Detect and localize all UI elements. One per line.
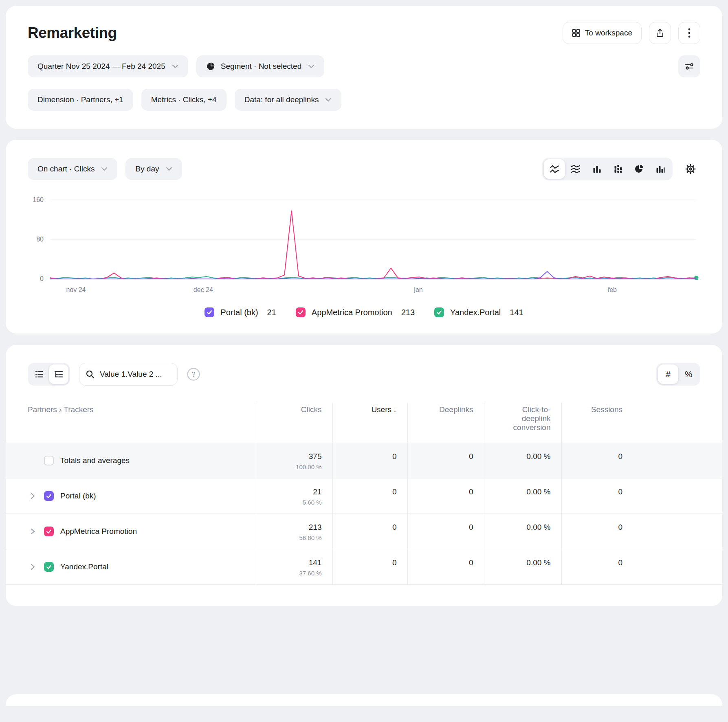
- legend-item-yandex-portal[interactable]: Yandex.Portal 141: [434, 307, 523, 317]
- table-search: [79, 363, 178, 386]
- export-icon: [655, 29, 664, 37]
- column-header-conversion[interactable]: Click-to-deeplink conversion: [484, 403, 561, 443]
- row-name: Yandex.Portal: [60, 562, 108, 571]
- cell-deeplinks: 0: [407, 443, 484, 478]
- page-title: Remarketing: [28, 24, 117, 42]
- legend-item-portal-bk[interactable]: Portal (bk) 21: [205, 307, 276, 317]
- export-button[interactable]: [649, 22, 671, 44]
- svg-text:?: ?: [191, 371, 195, 378]
- chart-type-histogram-button[interactable]: [650, 159, 671, 179]
- cell-deeplinks: 0: [407, 478, 484, 514]
- cell-conversion: 0.00 %: [484, 478, 561, 514]
- expand-row-button[interactable]: [28, 527, 37, 536]
- column-header-dimension[interactable]: Partners › Trackers: [6, 403, 256, 443]
- legend-label: Portal (bk): [220, 308, 258, 317]
- dimension-label: Dimension · Partners, +1: [37, 95, 123, 104]
- percent-icon: %: [685, 369, 693, 379]
- on-chart-metric-chip[interactable]: On chart · Clicks: [28, 158, 117, 180]
- clicks-by-day-chart: 080160nov 24dec 24janfeb: [28, 194, 700, 297]
- svg-text:nov 24: nov 24: [66, 286, 86, 293]
- cell-sessions: 0: [561, 549, 722, 585]
- help-button[interactable]: ?: [187, 367, 200, 381]
- chart-card: On chart · Clicks By day: [6, 140, 722, 334]
- table-row-yandex-portal: Yandex.Portal 141 37.60 % 0 0 0.00 % 0: [6, 549, 722, 585]
- format-percent-button[interactable]: %: [678, 364, 699, 384]
- svg-text:dec 24: dec 24: [194, 286, 213, 293]
- flat-list-icon: [34, 369, 44, 379]
- tree-list-icon: [54, 369, 64, 379]
- dimension-chip[interactable]: Dimension · Partners, +1: [28, 89, 133, 111]
- cell-users: 0: [332, 478, 407, 514]
- pie-chart-icon: [634, 164, 644, 174]
- table-view-switcher: [28, 363, 70, 386]
- chart-type-switcher: [542, 158, 673, 180]
- next-card-top-edge: [6, 694, 722, 706]
- data-scope-chip[interactable]: Data: for all deeplinks: [235, 89, 342, 111]
- report-table: Partners › Trackers Clicks Users↓ Deepli…: [6, 403, 722, 585]
- header-actions: To workspace: [563, 22, 700, 44]
- date-range-label: Quarter Nov 25 2024 — Feb 24 2025: [37, 62, 165, 71]
- totals-checkbox[interactable]: [44, 456, 54, 465]
- cell-conversion: 0.00 %: [484, 514, 561, 549]
- sort-desc-icon: ↓: [393, 406, 397, 414]
- svg-text:feb: feb: [608, 286, 617, 293]
- to-workspace-button[interactable]: To workspace: [563, 22, 642, 44]
- table-header-row: Partners › Trackers Clicks Users↓ Deepli…: [6, 403, 722, 443]
- cell-clicks: 213 56.80 %: [256, 514, 332, 549]
- chevron-down-icon: [325, 98, 332, 102]
- on-chart-metric-label: On chart · Clicks: [37, 165, 95, 173]
- cell-sessions: 0: [561, 514, 722, 549]
- chart-type-stacked-bars-button[interactable]: [607, 159, 629, 179]
- cell-users: 0: [332, 514, 407, 549]
- column-header-deeplinks[interactable]: Deeplinks: [407, 403, 484, 443]
- legend-checkbox[interactable]: [434, 307, 444, 317]
- hash-icon: #: [666, 369, 671, 379]
- chart-settings-button[interactable]: [681, 159, 700, 179]
- chevron-down-icon: [166, 167, 172, 171]
- segment-chip[interactable]: Segment · Not selected: [196, 55, 325, 77]
- chevron-down-icon: [308, 64, 315, 68]
- expand-row-button[interactable]: [28, 491, 37, 501]
- format-number-button[interactable]: #: [658, 364, 678, 384]
- legend-value: 141: [510, 308, 523, 317]
- column-header-clicks[interactable]: Clicks: [256, 403, 332, 443]
- legend-item-appmetrica-promotion[interactable]: AppMetrica Promotion 213: [296, 307, 415, 317]
- chevron-down-icon: [172, 64, 178, 68]
- cell-clicks: 21 5.60 %: [256, 478, 332, 514]
- chart-type-bars-button[interactable]: [586, 159, 607, 179]
- chart-type-pie-button[interactable]: [629, 159, 650, 179]
- chart-type-line-button[interactable]: [544, 159, 565, 179]
- line-chart-icon: [550, 164, 559, 174]
- sliders-icon: [684, 61, 694, 71]
- expand-row-button[interactable]: [28, 562, 37, 572]
- cell-users: 0: [332, 549, 407, 585]
- column-header-sessions[interactable]: Sessions: [561, 403, 722, 443]
- value-format-switcher: # %: [656, 363, 700, 386]
- svg-text:160: 160: [33, 196, 44, 203]
- chart-type-stacked-area-button[interactable]: [565, 159, 586, 179]
- tree-list-view-button[interactable]: [49, 364, 68, 384]
- flat-list-view-button[interactable]: [29, 364, 49, 384]
- stacked-bar-chart-icon: [613, 164, 623, 174]
- svg-text:80: 80: [36, 236, 44, 243]
- metrics-label: Metrics · Clicks, +4: [151, 95, 217, 104]
- row-name: AppMetrica Promotion: [60, 527, 137, 536]
- table-card: ? # % Partners › Trackers Clicks Users↓: [6, 345, 722, 606]
- series-line-appmetrica-promotion: [50, 211, 696, 279]
- svg-text:jan: jan: [413, 286, 422, 293]
- more-menu-button[interactable]: [678, 22, 700, 44]
- row-name: Portal (bk): [60, 492, 96, 500]
- chart-legend: Portal (bk) 21 AppMetrica Promotion 213 …: [28, 307, 700, 317]
- legend-checkbox[interactable]: [205, 307, 214, 317]
- granularity-chip[interactable]: By day: [125, 158, 182, 180]
- metrics-chip[interactable]: Metrics · Clicks, +4: [141, 89, 227, 111]
- row-checkbox[interactable]: [44, 527, 54, 536]
- cell-sessions: 0: [561, 443, 722, 478]
- row-checkbox[interactable]: [44, 562, 54, 572]
- column-header-users[interactable]: Users↓: [332, 403, 407, 443]
- legend-checkbox[interactable]: [296, 307, 306, 317]
- row-checkbox[interactable]: [44, 491, 54, 501]
- report-settings-button[interactable]: [678, 55, 700, 77]
- date-range-chip[interactable]: Quarter Nov 25 2024 — Feb 24 2025: [28, 55, 188, 77]
- to-workspace-label: To workspace: [585, 29, 632, 37]
